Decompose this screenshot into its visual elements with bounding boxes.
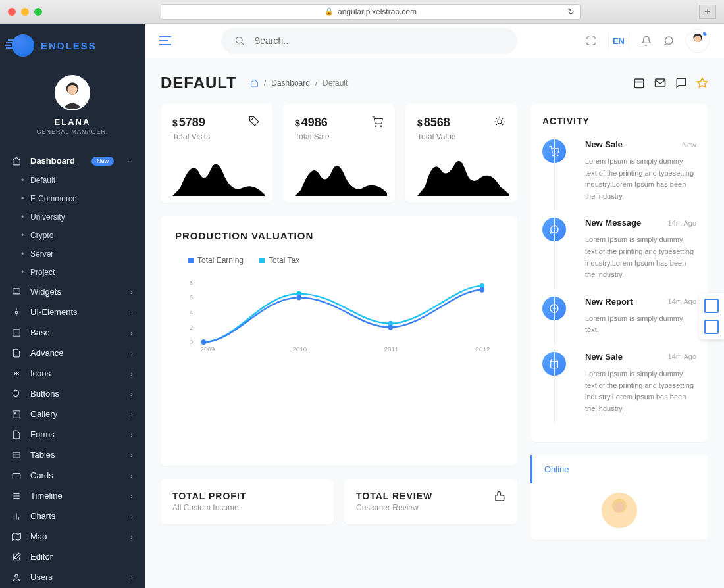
calendar-icon[interactable]	[633, 77, 645, 89]
nav-item-advance[interactable]: Advance›	[0, 343, 145, 363]
nav-item-widgets[interactable]: Widgets›	[0, 282, 145, 302]
svg-text:0: 0	[190, 338, 194, 345]
chevron-right-icon: ›	[130, 574, 133, 581]
tag-icon	[249, 116, 261, 128]
total-profit-card: TOTAL PROFIT All Custom Income	[161, 479, 334, 524]
chevron-down-icon: ⌄	[127, 157, 133, 165]
user-avatar[interactable]	[55, 75, 90, 110]
lock-icon: 🔒	[324, 7, 334, 16]
editor-icon	[12, 552, 22, 562]
chevron-right-icon: ›	[130, 410, 133, 418]
widgets-icon	[12, 287, 22, 297]
svg-rect-6	[13, 410, 20, 418]
topbar-avatar[interactable]	[686, 29, 710, 53]
nav-item-ui[interactable]: UI-Elements›	[0, 302, 145, 322]
subnav-server[interactable]: Server	[0, 245, 145, 263]
forms-icon	[12, 430, 22, 439]
stat-card-visits: $5789 Total Visits	[161, 104, 272, 203]
url-bar[interactable]: 🔒 angular.pixelstrap.com ↻	[161, 4, 581, 20]
float-button-2[interactable]	[704, 320, 719, 334]
tables-icon	[12, 451, 22, 460]
chevron-right-icon: ›	[130, 349, 133, 357]
breadcrumb-level1[interactable]: Dashboard	[271, 78, 310, 87]
subnav-ecommerce[interactable]: E-Commerce	[0, 189, 145, 208]
subnav-project[interactable]: Project	[0, 263, 145, 282]
svg-line-42	[502, 124, 503, 125]
stat-label: Total Sale	[295, 132, 330, 141]
stat-value: $4986	[295, 116, 330, 130]
svg-text:2011: 2011	[384, 345, 399, 353]
subnav-university[interactable]: University	[0, 208, 145, 226]
new-tab-button[interactable]: +	[699, 5, 716, 19]
nav-item-tables[interactable]: Tables›	[0, 445, 145, 465]
reload-icon[interactable]: ↻	[567, 7, 575, 16]
nav-item-editor[interactable]: Editor	[0, 547, 145, 567]
gallery-icon	[12, 410, 22, 419]
activity-card: ACTIVITY New SaleNew Lorem Ipsum is simp…	[530, 104, 708, 442]
nav-item-dashboard[interactable]: Dashboard New ⌄	[0, 151, 145, 171]
nav-item-base[interactable]: Base›	[0, 322, 145, 343]
activity-item: New Sale14m Ago Lorem Ipsum is simply du…	[542, 352, 696, 424]
chevron-right-icon: ›	[130, 431, 133, 439]
nav-item-cards[interactable]: Cards›	[0, 465, 145, 485]
svg-point-61	[479, 287, 484, 293]
svg-point-59	[296, 295, 301, 301]
home-icon	[12, 157, 22, 166]
review-title: TOTAL REVIEW	[356, 491, 432, 501]
charts-icon	[12, 512, 22, 521]
svg-line-43	[496, 124, 497, 125]
svg-point-35	[380, 126, 382, 127]
svg-point-18	[15, 574, 18, 577]
svg-line-41	[496, 118, 497, 119]
chat-icon[interactable]	[675, 77, 687, 89]
nav-item-map[interactable]: Map›	[0, 526, 145, 547]
chevron-right-icon: ›	[130, 451, 133, 459]
logo-area[interactable]: ENDLESS	[0, 24, 145, 67]
activity-item: New Report14m Ago Lorem Ipsum is simply …	[542, 297, 696, 345]
production-title: PRODUCTION VALUATION	[175, 230, 503, 241]
message-icon[interactable]	[663, 36, 674, 46]
subnav-default[interactable]: Default	[0, 171, 145, 189]
svg-point-58	[201, 339, 206, 345]
language-toggle[interactable]: EN	[608, 33, 629, 49]
nav-item-gallery[interactable]: Gallery›	[0, 404, 145, 424]
search-input[interactable]	[254, 36, 504, 46]
legend-item: Total Earning	[188, 256, 244, 265]
browser-chrome: 🔒 angular.pixelstrap.com ↻ +	[0, 0, 724, 24]
svg-text:2: 2	[190, 324, 193, 331]
subnav-crypto[interactable]: Crypto	[0, 226, 145, 245]
close-window-button[interactable]	[8, 8, 16, 16]
svg-text:4: 4	[190, 308, 194, 316]
nav-item-users[interactable]: Users›	[0, 567, 145, 587]
online-avatar	[602, 493, 637, 528]
nav-item-forms[interactable]: Forms›	[0, 424, 145, 445]
cards-icon	[12, 471, 22, 480]
nav-item-buttons[interactable]: Buttons›	[0, 383, 145, 404]
stat-value: $5789	[172, 116, 210, 130]
online-title: Online	[530, 455, 708, 483]
star-icon[interactable]	[696, 77, 708, 89]
float-settings-panel	[699, 293, 724, 339]
menu-toggle-icon[interactable]	[159, 36, 171, 45]
float-button-1[interactable]	[704, 299, 719, 313]
nav-item-icons[interactable]: Icons›	[0, 363, 145, 383]
bell-icon[interactable]	[641, 36, 652, 46]
svg-text:2010: 2010	[293, 345, 307, 353]
svg-line-25	[242, 43, 244, 45]
nav-item-timeline[interactable]: Timeline›	[0, 485, 145, 506]
chevron-right-icon: ›	[130, 288, 133, 296]
profit-title: TOTAL PROFIT	[172, 491, 322, 501]
stat-label: Total Value	[417, 132, 455, 141]
user-block: ELANA GENERAL MANAGER.	[0, 67, 145, 148]
traffic-lights	[8, 8, 42, 16]
svg-line-44	[502, 118, 503, 119]
search-bar[interactable]	[221, 28, 517, 54]
buttons-icon	[12, 389, 22, 399]
svg-rect-29	[634, 79, 644, 88]
mail-icon[interactable]	[654, 77, 666, 89]
nav-item-charts[interactable]: Charts›	[0, 506, 145, 526]
maximize-window-button[interactable]	[34, 8, 42, 16]
breadcrumb-home-icon[interactable]	[250, 79, 259, 87]
fullscreen-icon[interactable]	[586, 36, 596, 46]
minimize-window-button[interactable]	[21, 8, 29, 16]
